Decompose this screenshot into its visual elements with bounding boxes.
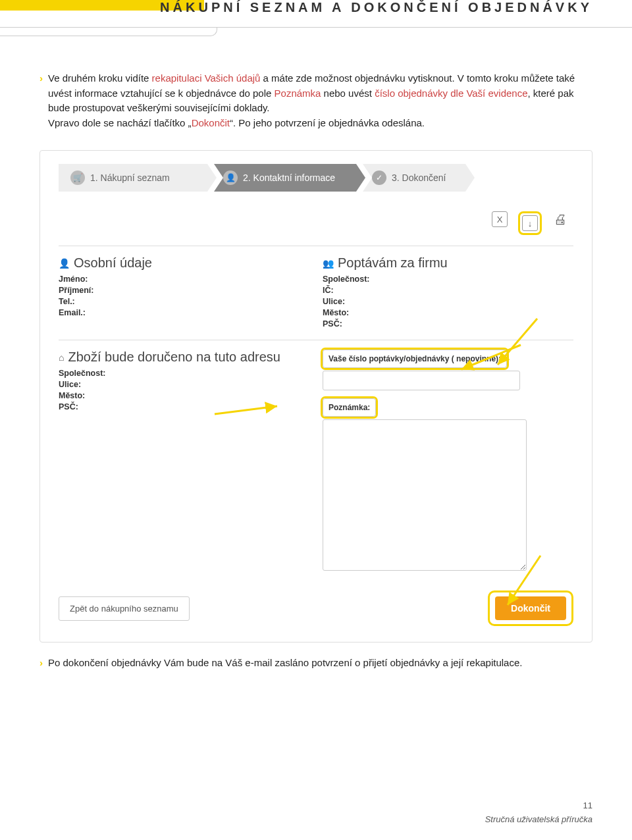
- personal-info-column: 👤 Osobní údaje Jméno: Příjmení: Tel.: Em…: [59, 255, 309, 330]
- guide-title: Stručná uživatelská příručka: [485, 814, 592, 824]
- address-and-inputs: ⌂ Zboží bude doručeno na tuto adresu Spo…: [59, 350, 573, 573]
- home-icon: ⌂: [59, 352, 64, 363]
- bullet-arrow-icon: ›: [40, 656, 43, 671]
- header-underline: [0, 27, 217, 36]
- divider: [59, 246, 573, 246]
- page-number: 11: [485, 801, 592, 810]
- step-finish[interactable]: ✓ 3. Dokončení: [363, 164, 475, 192]
- note-label: Poznámka:: [323, 398, 376, 417]
- step-cart[interactable]: 🛒 1. Nákupní seznam: [59, 164, 217, 192]
- finish-highlight: Dokončit: [488, 591, 573, 626]
- field-firstname: Jméno:: [59, 275, 309, 284]
- closing-paragraph: › Po dokončení objednávky Vám bude na Vá…: [40, 656, 592, 671]
- company-info-column: 👥 Poptávám za firmu Společnost: IČ: Ulic…: [323, 255, 573, 330]
- field-ico: IČ:: [323, 286, 573, 295]
- finish-button[interactable]: Dokončit: [495, 596, 566, 620]
- order-number-label: Vaše číslo poptávky/objednávky ( nepovin…: [323, 350, 507, 368]
- intro-text: Ve druhém kroku vidíte rekapitulaci Vaši…: [48, 71, 592, 130]
- field-city-d: Město:: [59, 391, 309, 400]
- closing-text: Po dokončení objednávky Vám bude na Váš …: [48, 656, 592, 671]
- checkout-steps: 🛒 1. Nákupní seznam 👤 2. Kontaktní infor…: [59, 164, 573, 192]
- field-lastname: Příjmení:: [59, 286, 309, 295]
- contact-step-icon: 👤: [223, 171, 238, 185]
- note-textarea[interactable]: [323, 419, 527, 571]
- field-zip-d: PSČ:: [59, 402, 309, 411]
- field-company: Společnost:: [323, 275, 573, 284]
- company-info-title: 👥 Poptávám za firmu: [323, 255, 573, 271]
- export-excel-icon[interactable]: X: [492, 211, 508, 227]
- step-label: 2. Kontaktní informace: [243, 172, 335, 183]
- order-number-input[interactable]: [323, 371, 520, 390]
- step-label: 1. Nákupní seznam: [90, 172, 170, 183]
- screenshot-panel: 🛒 1. Nákupní seznam 👤 2. Kontaktní infor…: [40, 150, 592, 643]
- personal-info-title: 👤 Osobní údaje: [59, 255, 309, 271]
- delivery-address-column: ⌂ Zboží bude doručeno na tuto adresu Spo…: [59, 350, 309, 573]
- field-email: Email.:: [59, 308, 309, 317]
- step-contact[interactable]: 👤 2. Kontaktní informace: [214, 164, 365, 192]
- intro-paragraph-1: › Ve druhém kroku vidíte rekapitulaci Va…: [40, 71, 592, 130]
- person-icon: 👤: [59, 258, 70, 269]
- page-footer: 11 Stručná uživatelská příručka: [485, 801, 592, 824]
- page-header: › › › › NÁKUPNÍ SEZNAM A DOKONČENÍ OBJED…: [0, 0, 632, 28]
- field-zip: PSČ:: [323, 319, 573, 328]
- print-icon[interactable]: 🖨: [552, 211, 568, 227]
- group-icon: 👥: [323, 258, 334, 269]
- pdf-highlight: ↓: [518, 211, 542, 235]
- bottom-button-row: Zpět do nákupního seznamu Dokončit: [59, 591, 573, 626]
- delivery-address-title: ⌂ Zboží bude doručeno na tuto adresu: [59, 350, 309, 365]
- bullet-arrow-icon: ›: [40, 71, 43, 130]
- field-street: Ulice:: [323, 297, 573, 306]
- export-pdf-icon[interactable]: ↓: [522, 215, 538, 231]
- page-title: NÁKUPNÍ SEZNAM A DOKONČENÍ OBJEDNÁVKY: [160, 0, 592, 15]
- finish-step-icon: ✓: [372, 171, 386, 185]
- back-to-cart-button[interactable]: Zpět do nákupního seznamu: [59, 596, 190, 621]
- field-company-d: Společnost:: [59, 369, 309, 378]
- field-phone: Tel.:: [59, 297, 309, 306]
- field-city: Město:: [323, 308, 573, 317]
- export-toolbar: X ↓ 🖨: [59, 207, 573, 246]
- field-street-d: Ulice:: [59, 380, 309, 389]
- step-label: 3. Dokončení: [392, 172, 446, 183]
- cart-step-icon: 🛒: [70, 171, 85, 185]
- divider: [59, 340, 573, 340]
- info-columns: 👤 Osobní údaje Jméno: Příjmení: Tel.: Em…: [59, 255, 573, 330]
- order-inputs-column: Vaše číslo poptávky/objednávky ( nepovin…: [323, 350, 573, 573]
